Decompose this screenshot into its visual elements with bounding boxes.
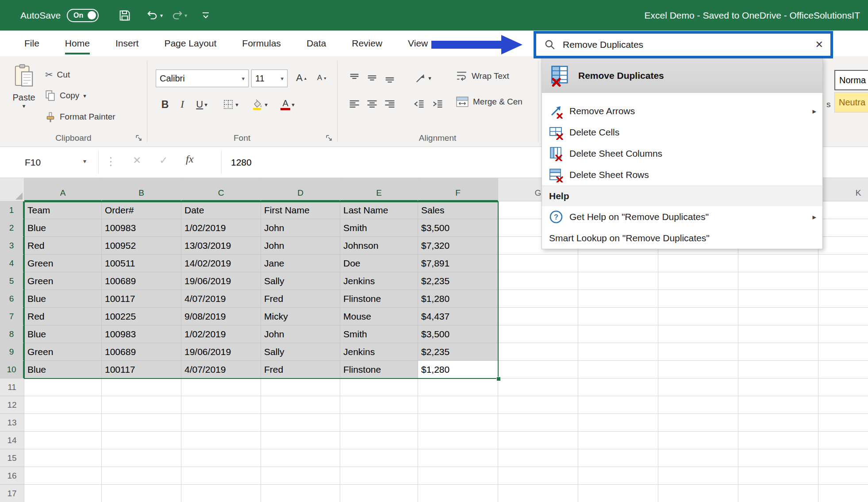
cancel-entry-button[interactable]: ✕ bbox=[133, 154, 141, 166]
column-header-D[interactable]: D bbox=[261, 178, 340, 201]
cell-H11[interactable] bbox=[578, 378, 658, 396]
cell-D3[interactable]: John bbox=[261, 237, 340, 255]
cell-A3[interactable]: Red bbox=[24, 237, 102, 255]
fill-color-button[interactable]: ▾ bbox=[246, 95, 273, 114]
font-dialog-launcher-button[interactable] bbox=[325, 134, 333, 143]
row-header-6[interactable]: 6 bbox=[0, 290, 24, 308]
cell-F8[interactable]: $3,500 bbox=[418, 325, 498, 343]
cell-H8[interactable] bbox=[578, 325, 658, 343]
cell-A9[interactable]: Green bbox=[24, 343, 102, 361]
cell-F16[interactable] bbox=[418, 467, 498, 485]
cell-K14[interactable] bbox=[818, 432, 868, 449]
cell-E1[interactable]: Last Name bbox=[340, 201, 418, 219]
cell-I6[interactable] bbox=[658, 290, 738, 308]
cell-E8[interactable]: Smith bbox=[340, 325, 418, 343]
autosave-toggle[interactable]: On bbox=[67, 9, 99, 22]
cell-F7[interactable]: $4,437 bbox=[418, 308, 498, 325]
cell-I7[interactable] bbox=[658, 308, 738, 325]
wrap-text-button[interactable]: Wrap Text bbox=[456, 70, 509, 81]
cell-K3[interactable] bbox=[818, 237, 868, 255]
row-header-10[interactable]: 10 bbox=[0, 361, 24, 378]
cell-B12[interactable] bbox=[102, 396, 181, 414]
cell-D14[interactable] bbox=[261, 432, 340, 449]
chevron-down-icon[interactable]: ▾ bbox=[83, 158, 86, 165]
cell-H15[interactable] bbox=[578, 449, 658, 467]
cell-C17[interactable] bbox=[181, 485, 261, 502]
cell-B6[interactable]: 100117 bbox=[102, 290, 181, 308]
cell-F4[interactable]: $7,891 bbox=[418, 255, 498, 272]
cell-A7[interactable]: Red bbox=[24, 308, 102, 325]
cell-B3[interactable]: 100952 bbox=[102, 237, 181, 255]
column-header-F[interactable]: F bbox=[418, 178, 498, 201]
align-bottom-button[interactable] bbox=[381, 69, 398, 87]
cell-A15[interactable] bbox=[24, 449, 102, 467]
cell-G6[interactable] bbox=[498, 290, 578, 308]
orientation-button[interactable]: ▾ bbox=[411, 69, 435, 87]
cell-C6[interactable]: 4/07/2019 bbox=[181, 290, 261, 308]
cell-E9[interactable]: Jenkins bbox=[340, 343, 418, 361]
row-header-15[interactable]: 15 bbox=[0, 449, 24, 467]
cell-K8[interactable] bbox=[818, 325, 868, 343]
cell-J16[interactable] bbox=[738, 467, 818, 485]
cell-A4[interactable]: Green bbox=[24, 255, 102, 272]
cell-A16[interactable] bbox=[24, 467, 102, 485]
cell-D16[interactable] bbox=[261, 467, 340, 485]
cell-G11[interactable] bbox=[498, 378, 578, 396]
enter-entry-button[interactable]: ✓ bbox=[159, 154, 168, 166]
cell-C2[interactable]: 1/02/2019 bbox=[181, 219, 261, 237]
cell-J14[interactable] bbox=[738, 432, 818, 449]
resize-dots-icon[interactable]: ⋮ bbox=[105, 155, 116, 168]
cell-B2[interactable]: 100983 bbox=[102, 219, 181, 237]
cell-C13[interactable] bbox=[181, 414, 261, 432]
align-center-button[interactable] bbox=[364, 95, 380, 114]
formula-input[interactable]: 1280 bbox=[231, 147, 252, 178]
row-header-11[interactable]: 11 bbox=[0, 378, 24, 396]
cell-J5[interactable] bbox=[738, 272, 818, 290]
cell-H5[interactable] bbox=[578, 272, 658, 290]
tab-insert[interactable]: Insert bbox=[103, 31, 152, 56]
cell-F14[interactable] bbox=[418, 432, 498, 449]
cell-A13[interactable] bbox=[24, 414, 102, 432]
cell-E10[interactable]: Flinstone bbox=[340, 361, 418, 378]
undo-button[interactable]: ▾ bbox=[145, 8, 165, 23]
cell-B1[interactable]: Order# bbox=[102, 201, 181, 219]
cell-G13[interactable] bbox=[498, 414, 578, 432]
cell-H16[interactable] bbox=[578, 467, 658, 485]
cell-D2[interactable]: John bbox=[261, 219, 340, 237]
cell-J17[interactable] bbox=[738, 485, 818, 502]
cell-K5[interactable] bbox=[818, 272, 868, 290]
cell-G15[interactable] bbox=[498, 449, 578, 467]
tab-review[interactable]: Review bbox=[339, 31, 395, 56]
cell-B17[interactable] bbox=[102, 485, 181, 502]
cell-G16[interactable] bbox=[498, 467, 578, 485]
row-header-17[interactable]: 17 bbox=[0, 485, 24, 502]
cell-F9[interactable]: $2,235 bbox=[418, 343, 498, 361]
menu-item-delete-cells[interactable]: Delete Cells bbox=[542, 122, 822, 143]
row-header-8[interactable]: 8 bbox=[0, 325, 24, 343]
cell-D17[interactable] bbox=[261, 485, 340, 502]
cell-J12[interactable] bbox=[738, 396, 818, 414]
cell-B7[interactable]: 100225 bbox=[102, 308, 181, 325]
cell-style-normal-chip[interactable]: Norma bbox=[834, 70, 868, 90]
decrease-indent-button[interactable] bbox=[411, 95, 427, 114]
cell-B14[interactable] bbox=[102, 432, 181, 449]
menu-item-smart-lookup-on-remove-duplicates[interactable]: Smart Lookup on "Remove Duplicates" bbox=[542, 228, 822, 249]
cell-K17[interactable] bbox=[818, 485, 868, 502]
cell-J7[interactable] bbox=[738, 308, 818, 325]
column-header-K[interactable]: K bbox=[818, 178, 868, 201]
cell-B15[interactable] bbox=[102, 449, 181, 467]
column-header-A[interactable]: A bbox=[24, 178, 102, 201]
cell-E17[interactable] bbox=[340, 485, 418, 502]
cell-A10[interactable]: Blue bbox=[24, 361, 102, 378]
menu-item-delete-sheet-rows[interactable]: Delete Sheet Rows bbox=[542, 164, 822, 185]
cell-C5[interactable]: 19/06/2019 bbox=[181, 272, 261, 290]
cell-E4[interactable]: Doe bbox=[340, 255, 418, 272]
cell-C15[interactable] bbox=[181, 449, 261, 467]
row-header-16[interactable]: 16 bbox=[0, 467, 24, 485]
align-middle-button[interactable] bbox=[364, 69, 380, 87]
redo-button[interactable]: ▾ bbox=[169, 8, 189, 23]
cell-J15[interactable] bbox=[738, 449, 818, 467]
cell-G17[interactable] bbox=[498, 485, 578, 502]
cell-K12[interactable] bbox=[818, 396, 868, 414]
cell-H4[interactable] bbox=[578, 255, 658, 272]
